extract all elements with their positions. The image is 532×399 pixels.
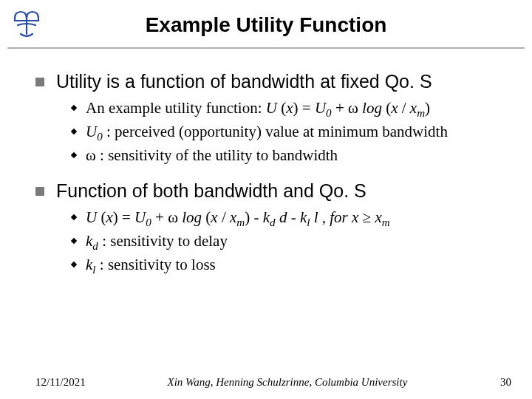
sub-bullet-text: kd : sensitivity to delay bbox=[86, 231, 228, 251]
sub-bullet-text: kl : sensitivity to loss bbox=[86, 254, 216, 275]
slide: Example Utility Function Utility is a fu… bbox=[0, 0, 532, 399]
diamond-bullet-icon bbox=[69, 127, 78, 136]
bullet-heading: Utility is a function of bandwidth at fi… bbox=[56, 69, 432, 93]
sub-bullet: kl : sensitivity to loss bbox=[69, 254, 511, 275]
sub-bullet-group: U (x) = U0 + ω log (x / xm) - kd d - kl … bbox=[35, 207, 511, 275]
sub-bullet: U (x) = U0 + ω log (x / xm) - kd d - kl … bbox=[69, 207, 511, 228]
square-bullet-icon bbox=[35, 187, 44, 196]
diamond-bullet-icon bbox=[69, 236, 78, 245]
sub-bullet-text: U0 : perceived (opportunity) value at mi… bbox=[86, 121, 448, 142]
svg-rect-5 bbox=[71, 262, 77, 267]
sub-bullet-text: ω : sensitivity of the utility to bandwi… bbox=[86, 145, 338, 166]
bullet-level1: Function of both bandwidth and Qo. S bbox=[35, 179, 511, 202]
slide-footer: 12/11/2021 Xin Wang, Henning Schulzrinne… bbox=[0, 376, 532, 389]
diamond-bullet-icon bbox=[69, 260, 78, 269]
diamond-bullet-icon bbox=[69, 213, 78, 222]
sub-bullet-text: U (x) = U0 + ω log (x / xm) - kd d - kl … bbox=[86, 207, 390, 228]
footer-page-number: 30 bbox=[489, 376, 511, 389]
sub-bullet: An example utility function: U (x) = U0 … bbox=[69, 98, 511, 118]
sub-bullet-group: An example utility function: U (x) = U0 … bbox=[35, 98, 511, 166]
footer-date: 12/11/2021 bbox=[35, 376, 86, 389]
diamond-bullet-icon bbox=[69, 151, 78, 160]
sub-bullet: ω : sensitivity of the utility to bandwi… bbox=[69, 145, 511, 166]
sub-bullet: U0 : perceived (opportunity) value at mi… bbox=[69, 121, 511, 142]
square-bullet-icon bbox=[35, 78, 44, 86]
bullet-heading: Function of both bandwidth and Qo. S bbox=[56, 179, 366, 202]
sub-bullet: kd : sensitivity to delay bbox=[69, 231, 511, 251]
columbia-crown-logo bbox=[10, 7, 43, 40]
svg-rect-2 bbox=[71, 152, 77, 158]
svg-rect-1 bbox=[71, 129, 77, 134]
diamond-bullet-icon bbox=[69, 103, 78, 112]
slide-content: Utility is a function of bandwidth at fi… bbox=[0, 49, 532, 275]
footer-authors: Xin Wang, Henning Schulzrinne, Columbia … bbox=[86, 376, 489, 389]
svg-rect-3 bbox=[71, 214, 77, 220]
slide-title: Example Utility Function bbox=[0, 0, 532, 47]
bullet-level1: Utility is a function of bandwidth at fi… bbox=[35, 69, 511, 93]
sub-bullet-text: An example utility function: U (x) = U0 … bbox=[86, 98, 430, 118]
svg-rect-0 bbox=[71, 105, 77, 111]
svg-rect-4 bbox=[71, 238, 77, 244]
